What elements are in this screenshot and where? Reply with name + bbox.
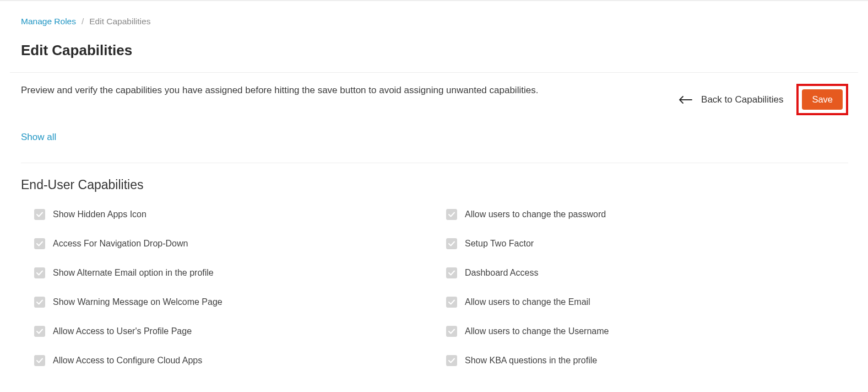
capability-item: Access For Navigation Drop-Down (34, 238, 446, 249)
capability-item: Dashboard Access (446, 267, 858, 278)
capability-label: Allow users to change the password (465, 210, 606, 219)
capability-item: Show KBA questions in the profile (446, 355, 858, 366)
capability-label: Show Alternate Email option in the profi… (53, 268, 214, 278)
capability-item: Allow Access to Configure Cloud Apps (34, 355, 446, 366)
breadcrumb-separator: / (82, 17, 84, 26)
capability-label: Allow users to change the Email (465, 297, 590, 307)
checkbox[interactable] (446, 326, 457, 337)
capability-item: Allow users to change the password (446, 209, 858, 220)
back-to-capabilities-link[interactable]: Back to Capabilities (679, 94, 783, 105)
capability-item: Allow users to change the Email (446, 297, 858, 308)
actions: Back to Capabilities Save (679, 84, 848, 115)
capability-label: Show Warning Message on Welcome Page (53, 297, 223, 307)
capability-label: Allow users to change the Username (465, 326, 609, 336)
checkbox[interactable] (34, 209, 45, 220)
checkbox[interactable] (446, 355, 457, 366)
checkbox[interactable] (446, 238, 457, 249)
capability-label: Allow Access to Configure Cloud Apps (53, 356, 202, 366)
capability-label: Access For Navigation Drop-Down (53, 239, 188, 249)
save-button[interactable]: Save (802, 89, 843, 110)
save-highlight-box: Save (796, 84, 848, 115)
checkbox[interactable] (446, 209, 457, 220)
checkbox[interactable] (34, 238, 45, 249)
back-label: Back to Capabilities (701, 94, 783, 105)
content: Manage Roles / Edit Capabilities Edit Ca… (0, 1, 868, 366)
description-text: Preview and verify the capabilities you … (21, 84, 583, 97)
capability-item: Allow users to change the Username (446, 326, 858, 337)
checkbox[interactable] (34, 267, 45, 278)
capabilities-grid: Show Hidden Apps Icon Access For Navigat… (21, 209, 858, 366)
arrow-left-icon (679, 96, 692, 104)
action-row: Preview and verify the capabilities you … (21, 73, 858, 115)
capabilities-col-right: Allow users to change the password Setup… (446, 209, 858, 366)
capability-label: Setup Two Factor (465, 239, 534, 249)
capability-item: Allow Access to User's Profile Page (34, 326, 446, 337)
capability-item: Setup Two Factor (446, 238, 858, 249)
capabilities-col-left: Show Hidden Apps Icon Access For Navigat… (34, 209, 446, 366)
checkbox[interactable] (446, 267, 457, 278)
checkbox[interactable] (34, 326, 45, 337)
checkbox[interactable] (446, 297, 457, 308)
capability-item: Show Alternate Email option in the profi… (34, 267, 446, 278)
checkbox[interactable] (34, 297, 45, 308)
section-title: End-User Capabilities (21, 178, 858, 192)
breadcrumb: Manage Roles / Edit Capabilities (21, 1, 858, 26)
capability-label: Dashboard Access (465, 268, 538, 278)
breadcrumb-link-manage-roles[interactable]: Manage Roles (21, 17, 76, 26)
breadcrumb-current: Edit Capabilities (89, 17, 150, 26)
capability-label: Allow Access to User's Profile Page (53, 326, 192, 336)
capability-label: Show Hidden Apps Icon (53, 210, 147, 219)
page-title: Edit Capabilities (21, 42, 858, 59)
capability-label: Show KBA questions in the profile (465, 356, 597, 366)
capability-item: Show Warning Message on Welcome Page (34, 297, 446, 308)
checkbox[interactable] (34, 355, 45, 366)
capability-item: Show Hidden Apps Icon (34, 209, 446, 220)
show-all-link[interactable]: Show all (21, 132, 56, 143)
section-divider (21, 163, 848, 163)
